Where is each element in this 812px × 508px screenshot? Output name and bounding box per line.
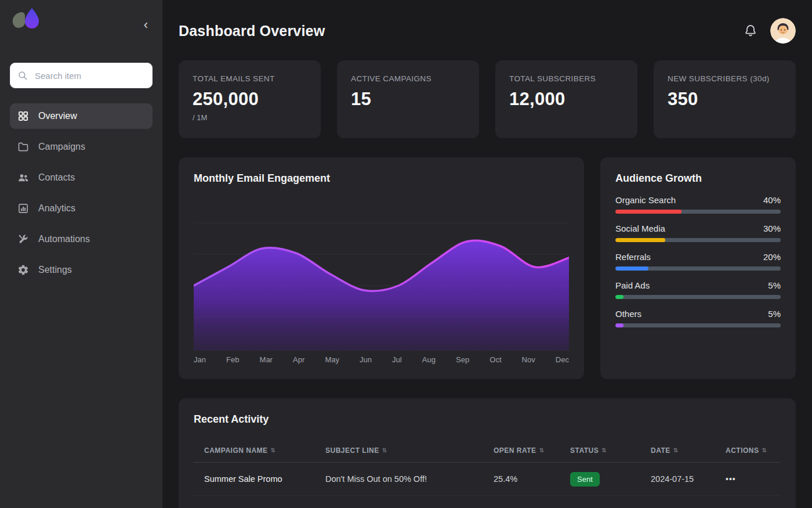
- audience-row: Paid Ads 5%: [615, 280, 781, 299]
- tools-icon: [17, 233, 30, 245]
- sidebar-item-analytics[interactable]: Analytics: [10, 196, 153, 221]
- engagement-area: [194, 240, 569, 351]
- audience-label: Referrals: [615, 252, 651, 262]
- grid-icon: [17, 110, 30, 122]
- search-input[interactable]: [10, 63, 153, 88]
- recent-activity-card: Recent Activity CAMPAIGN NAME ⇅ SUBJECT …: [179, 398, 796, 508]
- recent-activity-title: Recent Activity: [194, 413, 781, 426]
- x-tick: Jun: [360, 355, 372, 364]
- x-tick: Mar: [260, 355, 273, 364]
- column-header-campaign-name[interactable]: CAMPAIGN NAME ⇅: [204, 446, 325, 455]
- progress-fill: [615, 210, 682, 214]
- audience-row: Social Media 30%: [615, 224, 781, 242]
- sort-icon: ⇅: [382, 447, 387, 453]
- column-header-date[interactable]: DATE ⇅: [651, 446, 726, 455]
- audience-label: Social Media: [615, 224, 665, 233]
- column-label: OPEN RATE: [494, 446, 536, 455]
- sidebar: ‹ Overview Campaigns: [0, 0, 162, 508]
- audience-value: 20%: [763, 252, 781, 262]
- gear-icon: [17, 264, 30, 276]
- progress-fill: [615, 295, 624, 299]
- stat-card-active-campaigns: ACTIVE CAMPAIGNS 15: [337, 60, 479, 138]
- progress-fill: [615, 238, 665, 242]
- sort-icon: ⇅: [539, 447, 545, 453]
- audience-title: Audience Growth: [615, 172, 781, 185]
- table-row: Summer Sale Promo Don't Miss Out on 50% …: [194, 463, 781, 496]
- sort-icon: ⇅: [762, 447, 767, 453]
- progress-track: [615, 238, 781, 242]
- stat-value: 350: [668, 89, 782, 110]
- audience-row: Others 5%: [615, 309, 781, 327]
- sidebar-collapse-button[interactable]: ‹: [139, 16, 153, 34]
- sort-icon: ⇅: [601, 447, 607, 453]
- notifications-button[interactable]: [744, 24, 757, 38]
- audience-value: 40%: [763, 195, 781, 205]
- audience-value: 5%: [768, 280, 781, 290]
- search-icon: [17, 70, 28, 81]
- column-label: ACTIONS: [726, 446, 759, 455]
- people-icon: [17, 172, 30, 183]
- page-title: Dashboard Overview: [179, 23, 325, 39]
- sidebar-item-label: Automations: [38, 234, 90, 244]
- app-logo-icon: [10, 6, 41, 36]
- avatar[interactable]: [770, 18, 796, 44]
- progress-fill: [615, 266, 648, 271]
- sidebar-item-contacts[interactable]: Contacts: [10, 165, 153, 190]
- stat-label: NEW SUBSCRIBERS (30d): [668, 74, 782, 83]
- column-label: STATUS: [570, 446, 599, 455]
- x-tick: Feb: [226, 355, 239, 364]
- column-header-status[interactable]: STATUS ⇅: [570, 446, 651, 455]
- page-header: Dashboard Overview: [179, 16, 796, 45]
- column-header-actions[interactable]: ACTIONS ⇅: [726, 446, 781, 455]
- audience-row: Referrals 20%: [615, 252, 781, 271]
- stat-subtext: [509, 113, 624, 122]
- chart-title: Monthly Email Engagement: [194, 172, 569, 185]
- x-tick: Apr: [293, 355, 304, 364]
- progress-track: [615, 295, 781, 299]
- bar-chart-icon: [17, 203, 30, 214]
- status-badge: Sent: [570, 472, 600, 487]
- sidebar-item-label: Overview: [38, 111, 77, 121]
- engagement-chart: JanFebMarAprMayJunJulAugSepOctNovDec: [194, 217, 569, 364]
- bell-icon: [744, 24, 757, 38]
- column-header-subject-line[interactable]: SUBJECT LINE ⇅: [325, 446, 494, 455]
- engagement-chart-card: Monthly Email Engagement: [179, 157, 584, 379]
- stat-subtext: / 1M: [193, 113, 307, 122]
- sort-icon: ⇅: [271, 447, 276, 453]
- audience-label: Organic Search: [615, 195, 676, 205]
- audience-label: Paid Ads: [615, 280, 650, 290]
- audience-row: Organic Search 40%: [615, 195, 781, 214]
- stat-value: 250,000: [193, 89, 307, 110]
- x-tick: Dec: [556, 355, 569, 364]
- sidebar-item-overview[interactable]: Overview: [10, 103, 153, 129]
- stat-subtext: [351, 113, 465, 122]
- sidebar-item-campaigns[interactable]: Campaigns: [10, 134, 153, 160]
- stat-label: TOTAL EMAILS SENT: [193, 74, 307, 83]
- column-label: DATE: [651, 446, 670, 455]
- sidebar-nav: Overview Campaigns Contacts: [10, 103, 153, 283]
- audience-growth-card: Audience Growth Organic Search 40% Socia…: [600, 157, 796, 379]
- stat-label: ACTIVE CAMPAIGNS: [351, 74, 465, 83]
- stat-subtext: [668, 113, 782, 122]
- x-tick: Sep: [456, 355, 469, 364]
- stat-value: 12,000: [509, 89, 624, 110]
- progress-track: [615, 323, 781, 327]
- cell-campaign-name: Summer Sale Promo: [204, 474, 325, 484]
- column-header-open-rate[interactable]: OPEN RATE ⇅: [494, 446, 570, 455]
- table-header-row: CAMPAIGN NAME ⇅ SUBJECT LINE ⇅ OPEN RATE…: [194, 438, 781, 463]
- x-tick: Oct: [490, 355, 501, 364]
- sidebar-item-automations[interactable]: Automations: [10, 226, 153, 252]
- stat-card-total-subscribers: TOTAL SUBSCRIBERS 12,000: [495, 60, 637, 138]
- sidebar-item-label: Contacts: [38, 172, 75, 183]
- folder-icon: [17, 141, 30, 153]
- stat-label: TOTAL SUBSCRIBERS: [509, 74, 624, 83]
- cell-open-rate: 25.4%: [494, 474, 570, 484]
- stat-card-new-subscribers: NEW SUBSCRIBERS (30d) 350: [654, 60, 796, 138]
- sidebar-item-label: Settings: [38, 265, 72, 275]
- progress-track: [615, 210, 781, 214]
- progress-fill: [615, 323, 624, 327]
- sidebar-item-settings[interactable]: Settings: [10, 257, 153, 283]
- x-tick: Nov: [522, 355, 535, 364]
- audience-value: 5%: [768, 309, 781, 319]
- row-actions-button[interactable]: •••: [726, 474, 736, 484]
